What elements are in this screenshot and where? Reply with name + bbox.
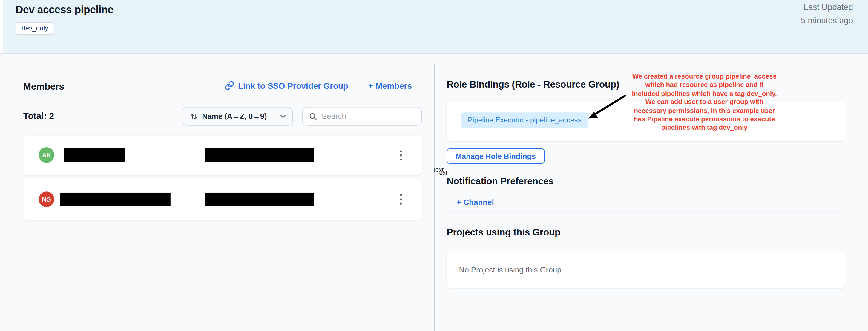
last-updated: Last Updated 5 minutes ago xyxy=(801,1,853,27)
member-menu-kebab-icon[interactable] xyxy=(398,192,404,207)
members-toolbar: Total: 2 Name (A→Z, 0→9) xyxy=(23,107,422,126)
redacted-member-name xyxy=(60,193,170,206)
redacted-member-email xyxy=(205,193,314,206)
tag-badge[interactable]: dev_only xyxy=(16,22,54,35)
chevron-down-icon xyxy=(280,114,286,118)
members-actions: Link to SSO Provider Group + Members xyxy=(225,81,412,91)
add-members-label: + Members xyxy=(368,81,412,91)
members-heading: Members xyxy=(23,81,64,92)
avatar: NG xyxy=(39,191,54,207)
stray-text-label: Text xyxy=(436,170,447,176)
link-sso-provider-group-button[interactable]: Link to SSO Provider Group xyxy=(225,81,348,91)
page: Dev access pipeline dev_only Last Update… xyxy=(0,0,868,331)
link-sso-label: Link to SSO Provider Group xyxy=(238,81,348,91)
last-updated-value: 5 minutes ago xyxy=(801,13,853,27)
page-title: Dev access pipeline xyxy=(16,4,114,16)
redacted-member-name xyxy=(64,148,125,161)
sort-selected-value: Name (A→Z, 0→9) xyxy=(202,112,267,120)
window-edge xyxy=(0,0,3,53)
add-members-button[interactable]: + Members xyxy=(368,81,412,91)
panel-divider xyxy=(434,64,435,331)
redacted-member-email xyxy=(205,148,314,161)
members-total: Total: 2 xyxy=(23,107,54,126)
notification-preferences-heading: Notification Preferences xyxy=(447,176,554,187)
members-header-row: Members Link to SSO Provider Group + Mem… xyxy=(23,81,422,94)
member-row: AK xyxy=(23,136,422,175)
last-updated-label: Last Updated xyxy=(801,1,853,14)
role-binding-chip[interactable]: Pipeline Executor - pipeline_access xyxy=(461,112,589,128)
search-box xyxy=(302,107,422,126)
section-divider xyxy=(447,213,846,213)
search-input[interactable] xyxy=(322,112,422,121)
search-icon xyxy=(309,112,317,120)
role-bindings-heading: Role Bindings (Role - Resource Group) xyxy=(447,79,619,90)
link-icon xyxy=(225,81,234,91)
member-row: NG xyxy=(23,179,422,220)
sort-arrows-icon xyxy=(190,112,198,120)
sort-dropdown[interactable]: Name (A→Z, 0→9) xyxy=(183,107,293,126)
add-channel-button[interactable]: + Channel xyxy=(457,198,494,207)
avatar: AK xyxy=(39,147,54,163)
manage-role-bindings-button[interactable]: Manage Role Bindings xyxy=(447,148,545,164)
projects-card: No Project is using this Group xyxy=(447,251,846,288)
member-menu-kebab-icon[interactable] xyxy=(398,148,404,163)
page-header: Dev access pipeline dev_only Last Update… xyxy=(0,0,868,54)
projects-empty-message: No Project is using this Group xyxy=(447,251,846,288)
projects-heading: Projects using this Group xyxy=(447,227,561,238)
annotation-arrow xyxy=(584,92,629,122)
